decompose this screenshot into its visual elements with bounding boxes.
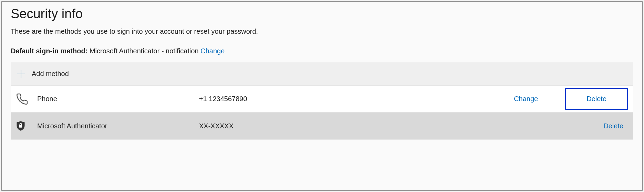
default-sign-in-label: Default sign-in method: bbox=[11, 47, 90, 55]
page-subtitle: These are the methods you use to sign in… bbox=[11, 28, 633, 35]
page-title: Security info bbox=[11, 7, 633, 21]
method-name: Microsoft Authenticator bbox=[37, 122, 199, 130]
method-row-authenticator: Microsoft Authenticator XX-XXXXX Delete bbox=[11, 113, 633, 139]
delete-phone-button[interactable]: Delete bbox=[565, 88, 628, 110]
security-info-panel: Security info These are the methods you … bbox=[1, 1, 643, 191]
method-name: Phone bbox=[37, 95, 199, 103]
shield-lock-icon bbox=[16, 121, 25, 131]
change-default-link[interactable]: Change bbox=[200, 47, 225, 55]
methods-list: Add method Phone +1 1234567890 Change De… bbox=[11, 62, 633, 140]
phone-icon bbox=[16, 93, 28, 105]
svg-rect-2 bbox=[19, 125, 22, 128]
method-icon-cell bbox=[16, 121, 37, 131]
plus-icon bbox=[16, 69, 26, 79]
default-sign-in-row: Default sign-in method: Microsoft Authen… bbox=[11, 47, 633, 55]
change-phone-link[interactable]: Change bbox=[508, 95, 544, 103]
delete-authenticator-button[interactable]: Delete bbox=[583, 116, 628, 136]
method-icon-cell bbox=[16, 93, 37, 105]
method-value: +1 1234567890 bbox=[199, 95, 508, 103]
method-value: XX-XXXXX bbox=[199, 122, 583, 130]
add-method-button[interactable]: Add method bbox=[11, 62, 633, 86]
default-sign-in-value: Microsoft Authenticator - notification bbox=[90, 47, 200, 55]
method-row-phone: Phone +1 1234567890 Change Delete bbox=[11, 86, 633, 113]
add-method-label: Add method bbox=[32, 70, 69, 78]
